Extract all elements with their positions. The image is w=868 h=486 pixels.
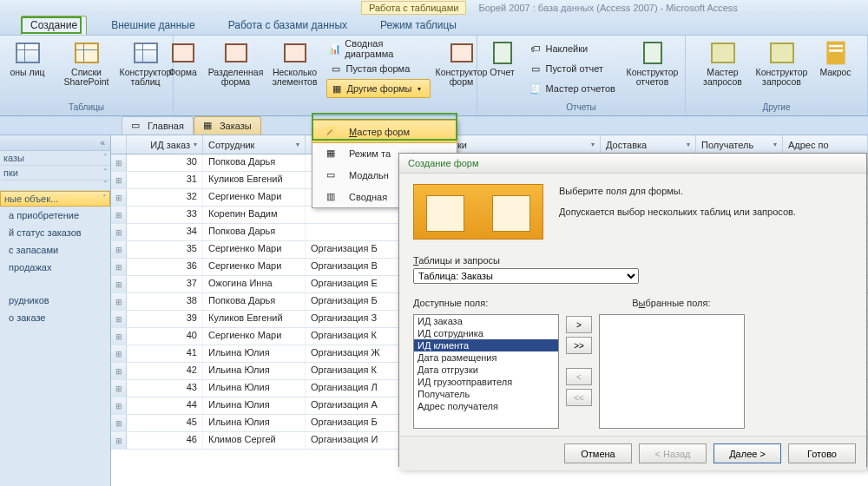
split-form-button[interactable]: Разделенная форма [208,37,264,89]
report-design-button[interactable]: Конструктор отчетов [625,37,681,89]
col-header-shipping[interactable]: Доставка▾ [601,135,696,154]
cell-org[interactable]: Организация К [306,363,401,379]
cell-org[interactable]: Организация Ж [306,345,401,362]
row-expander[interactable]: ⊞ [111,207,127,223]
more-forms-button[interactable]: ▦Другие формы▾ [326,79,431,98]
blank-report-button[interactable]: ▭Пустой отчет [526,59,621,78]
row-expander[interactable]: ⊞ [111,345,127,362]
row-expander[interactable]: ⊞ [111,276,127,292]
row-expander[interactable]: ⊞ [111,311,127,327]
pivot-chart-button[interactable]: 📊Сводная диаграмма [326,39,431,58]
cell-employee[interactable]: Ильина Юлия [203,415,306,431]
ribbon-tab-create[interactable]: Создание [21,16,87,35]
col-header-recipient[interactable]: Получатель▾ [696,135,783,154]
nav-header[interactable]: « [0,135,110,151]
row-expander[interactable]: ⊞ [111,259,127,275]
cell-id[interactable]: 33 [127,207,203,223]
cell-id[interactable]: 43 [127,380,203,397]
cell-id[interactable]: 30 [127,154,203,171]
row-expander[interactable]: ⊞ [111,432,127,449]
col-header-address[interactable]: Адрес по [783,135,868,154]
nav-group-purchases[interactable]: пкиˇ [0,166,110,181]
cell-org[interactable]: Организация Б [306,415,401,431]
cell-id[interactable]: 34 [127,224,203,240]
row-selector-header[interactable] [111,135,127,154]
cell-org[interactable]: Организация А [306,397,401,414]
field-option[interactable]: Адрес получателя [414,400,558,412]
form-wizard-menuitem[interactable]: 🪄ММастер формастер форм [312,120,457,143]
field-option[interactable]: Дата отгрузки [414,364,558,376]
doc-tab-orders[interactable]: ▦Заказы [194,116,261,135]
cell-id[interactable]: 41 [127,345,203,362]
cell-employee[interactable]: Попкова Дарья [203,224,306,240]
row-expander[interactable]: ⊞ [111,224,127,240]
row-expander[interactable]: ⊞ [111,380,127,397]
cell-employee[interactable]: Сергиенко Мари [203,259,306,275]
cell-id[interactable]: 32 [127,189,203,206]
cell-id[interactable]: 37 [127,276,203,292]
cell-employee[interactable]: Климов Сергей [203,432,306,449]
doc-tab-home[interactable]: ▭Главная [122,116,194,135]
field-option[interactable]: Дата размещения [414,351,558,364]
row-expander[interactable]: ⊞ [111,241,127,258]
cell-employee[interactable]: Ильина Юлия [203,380,306,397]
nav-item[interactable]: й статус заказов [0,224,110,241]
row-expander[interactable]: ⊞ [111,397,127,414]
cell-org[interactable] [306,224,401,240]
selected-fields-list[interactable] [599,314,745,429]
col-header-id[interactable]: ИД заказ▾ [127,135,203,154]
finish-button[interactable]: Готово [788,443,856,463]
nav-item[interactable]: рудников [0,292,110,309]
row-expander[interactable]: ⊞ [111,189,127,206]
form-button[interactable]: Форма [161,37,205,79]
nav-item[interactable]: с запасами [0,241,110,259]
cell-employee[interactable]: Ильина Юлия [203,397,306,414]
cell-org[interactable]: Организация К [306,328,401,345]
row-expander[interactable]: ⊞ [111,172,127,188]
cell-id[interactable]: 45 [127,415,203,431]
cell-employee[interactable]: Сергиенко Мари [203,328,306,345]
back-button[interactable]: < Назад [639,443,707,463]
sharepoint-lists-button[interactable]: Списки SharePoint [59,37,115,89]
cell-org[interactable]: Организация Б [306,293,401,310]
add-all-button[interactable]: >> [566,337,592,354]
cell-employee[interactable]: Куликов Евгений [203,172,306,188]
cancel-button[interactable]: Отмена [564,443,632,463]
labels-button[interactable]: 🏷Наклейки [526,39,621,58]
field-option[interactable]: ИД сотрудника [414,327,558,339]
blank-form-button[interactable]: ▭Пустая форма [326,59,431,78]
macro-button[interactable]: Макрос [813,37,858,79]
nav-item[interactable]: а приобретение [0,207,110,224]
next-button[interactable]: Далее > [713,443,781,463]
row-expander[interactable]: ⊞ [111,363,127,379]
cell-employee[interactable]: Попкова Дарья [203,293,306,310]
cell-id[interactable]: 31 [127,172,203,188]
nav-item[interactable]: продажах [0,259,110,276]
nav-item[interactable]: о заказе [0,309,110,326]
ribbon-tab-datasheet[interactable]: Режим таблицы [372,16,465,35]
tables-queries-combo[interactable]: Таблица: Заказы [413,268,639,284]
report-wizard-button[interactable]: 🧾Мастер отчетов [526,79,621,98]
remove-field-button[interactable]: < [566,368,592,385]
row-expander[interactable]: ⊞ [111,415,127,431]
cell-employee[interactable]: Ильина Юлия [203,345,306,362]
multiple-items-button[interactable]: Несколько элементов [267,37,323,89]
cell-id[interactable]: 36 [127,259,203,275]
cell-employee[interactable]: Корепин Вадим [203,207,306,223]
col-header-employee[interactable]: Сотрудник▾ [203,135,306,154]
ribbon-tab-dbtools[interactable]: Работа с базами данных [220,16,356,35]
field-option[interactable]: Получатель [414,388,558,400]
cell-employee[interactable]: Сергиенко Мари [203,189,306,206]
cell-id[interactable]: 35 [127,241,203,258]
row-expander[interactable]: ⊞ [111,154,127,171]
cell-id[interactable]: 39 [127,311,203,327]
cell-org[interactable]: Организация З [306,311,401,327]
query-design-button[interactable]: Конструктор запросов [754,37,810,89]
cell-org[interactable]: Организация Е [306,276,401,292]
cell-id[interactable]: 38 [127,293,203,310]
field-option[interactable]: ИД грузоотправителя [414,376,558,388]
ribbon-tab-external[interactable]: Внешние данные [102,16,204,35]
nav-group-objects[interactable]: ные объек...ˆ [0,191,110,207]
cell-id[interactable]: 44 [127,397,203,414]
cell-id[interactable]: 40 [127,328,203,345]
